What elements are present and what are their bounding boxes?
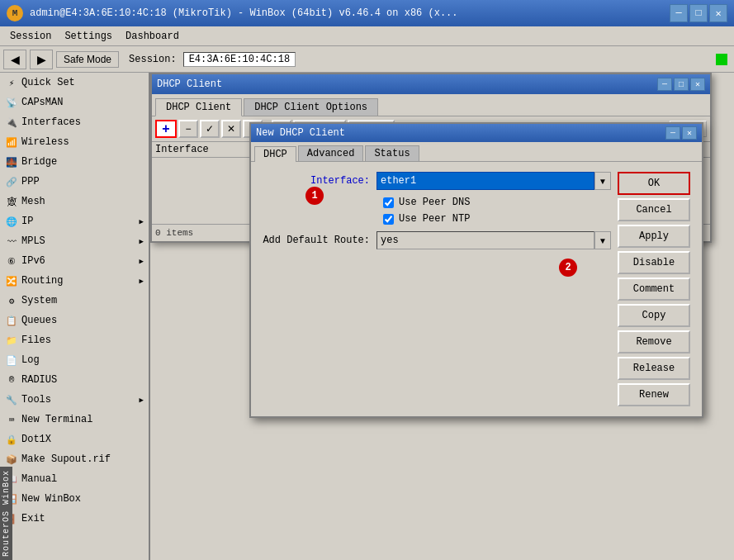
ip-icon: 🌐: [5, 215, 18, 228]
use-peer-ntp-checkbox[interactable]: [383, 214, 394, 225]
sidebar-item-queues[interactable]: 📋 Queues: [0, 311, 149, 330]
supout-icon: 📦: [5, 453, 18, 466]
dialog-form: Interface: ▼ Use Peer DNS Use Peer NTP: [261, 172, 611, 406]
use-peer-dns-row: Use Peer DNS: [383, 197, 611, 208]
sidebar-label-interfaces: Interfaces: [21, 116, 81, 128]
sidebar-item-new-winbox[interactable]: 🪟 New WinBox: [0, 489, 149, 509]
sidebar-item-exit[interactable]: 🚪 Exit: [0, 509, 149, 529]
sidebar-item-mpls[interactable]: 〰 MPLS: [0, 231, 149, 251]
sidebar-label-manual: Manual: [21, 473, 57, 485]
use-peer-dns-checkbox[interactable]: [383, 197, 394, 208]
sidebar-item-ip[interactable]: 🌐 IP: [0, 211, 149, 231]
sidebar-item-log[interactable]: 📄 Log: [0, 350, 149, 370]
ok-button[interactable]: OK: [618, 172, 690, 195]
menu-bar: Session Settings Dashboard: [0, 26, 734, 46]
disable-button[interactable]: Disable: [618, 251, 690, 274]
new-dhcp-dialog: New DHCP Client ─ ✕ DHCP Advanced Status…: [249, 122, 703, 418]
ppp-icon: 🔗: [5, 175, 18, 188]
interface-dropdown[interactable]: ▼: [594, 172, 611, 190]
minimize-button[interactable]: ─: [670, 4, 688, 22]
sidebar-label-files: Files: [21, 335, 51, 346]
dialog-buttons: OK Cancel Apply Disable Comment Copy Rem…: [618, 172, 692, 406]
app-icon: M: [7, 5, 23, 21]
add-button[interactable]: +: [155, 120, 177, 138]
tab-status[interactable]: Status: [365, 145, 419, 161]
dhcp-window-minimize[interactable]: ─: [657, 78, 672, 91]
sidebar-label-radius: RADIUS: [21, 374, 57, 386]
sidebar-item-ppp[interactable]: 🔗 PPP: [0, 172, 149, 192]
interface-input[interactable]: [376, 172, 594, 190]
sidebar-label-system: System: [21, 295, 57, 306]
sidebar-item-files[interactable]: 📁 Files: [0, 330, 149, 350]
sidebar-label-mesh: Mesh: [21, 196, 45, 207]
sidebar-item-radius[interactable]: ® RADIUS: [0, 370, 149, 390]
menu-dashboard[interactable]: Dashboard: [119, 29, 186, 44]
sidebar-item-system[interactable]: ⚙ System: [0, 291, 149, 311]
indicator-1: 1: [305, 187, 324, 205]
menu-settings[interactable]: Settings: [58, 29, 119, 44]
new-dhcp-title: New DHCP Client: [256, 127, 664, 139]
sidebar-item-wireless[interactable]: 📶 Wireless: [0, 132, 149, 152]
x-dhcp-button[interactable]: ✕: [221, 120, 241, 138]
dhcp-window-titlebar: DHCP Client ─ □ ✕: [152, 74, 710, 94]
release-dialog-button[interactable]: Release: [618, 357, 690, 380]
safe-mode-button[interactable]: Safe Mode: [56, 51, 119, 68]
sidebar-label-supout: Make Supout.rif: [21, 453, 111, 465]
sidebar-item-bridge[interactable]: 🌉 Bridge: [0, 152, 149, 172]
copy-button[interactable]: Copy: [618, 304, 690, 327]
sidebar-label-new-winbox: New WinBox: [21, 493, 81, 505]
sidebar-label-capsman: CAPsMAN: [21, 97, 63, 108]
use-peer-ntp-row: Use Peer NTP: [383, 213, 611, 225]
menu-session[interactable]: Session: [3, 29, 58, 44]
new-dhcp-minimize[interactable]: ─: [665, 126, 680, 140]
tab-dhcp[interactable]: DHCP: [254, 146, 296, 162]
cancel-button[interactable]: Cancel: [618, 198, 690, 221]
sidebar-item-ipv6[interactable]: ⑥ IPv6: [0, 251, 149, 271]
sidebar-label-ppp: PPP: [21, 176, 40, 187]
apply-button[interactable]: Apply: [618, 225, 690, 248]
interface-label: Interface:: [261, 175, 376, 187]
sidebar-item-tools[interactable]: 🔧 Tools: [0, 390, 149, 410]
default-route-dropdown[interactable]: ▼: [594, 231, 611, 249]
sidebar-label-routing: Routing: [21, 275, 63, 287]
new-dhcp-close[interactable]: ✕: [682, 126, 697, 140]
forward-button[interactable]: ▶: [30, 50, 53, 69]
sidebar-item-routing[interactable]: 🔀 Routing: [0, 271, 149, 291]
renew-dialog-button[interactable]: Renew: [618, 383, 690, 406]
dhcp-window-close[interactable]: ✕: [690, 78, 705, 91]
dot1x-icon: 🔒: [5, 433, 18, 446]
sidebar-label-exit: Exit: [21, 513, 45, 524]
tab-dhcp-client-options[interactable]: DHCP Client Options: [244, 98, 378, 116]
wireless-icon: 📶: [5, 135, 18, 149]
remove-dhcp-button[interactable]: −: [178, 120, 198, 138]
check-dhcp-button[interactable]: ✓: [200, 120, 220, 138]
sidebar-item-new-terminal[interactable]: ⌨ New Terminal: [0, 410, 149, 429]
comment-button[interactable]: Comment: [618, 278, 690, 301]
sidebar-item-manual[interactable]: 📖 Manual: [0, 469, 149, 489]
sidebar-label-queues: Queues: [21, 315, 57, 326]
back-button[interactable]: ◀: [3, 50, 26, 69]
dhcp-window-maximize[interactable]: □: [674, 78, 689, 91]
quickset-icon: ⚡: [5, 76, 18, 89]
close-button[interactable]: ✕: [709, 4, 727, 22]
tab-advanced[interactable]: Advanced: [298, 145, 364, 161]
sidebar-item-supout[interactable]: 📦 Make Supout.rif: [0, 449, 149, 469]
default-route-input[interactable]: [376, 231, 594, 249]
sidebar-label-mpls: MPLS: [21, 235, 45, 247]
sidebar-vertical-label: RouterOS WinBox: [0, 467, 12, 560]
bridge-icon: 🌉: [5, 155, 18, 168]
sidebar-item-interfaces[interactable]: 🔌 Interfaces: [0, 112, 149, 132]
dhcp-window-title: DHCP Client: [157, 78, 656, 90]
system-icon: ⚙: [5, 294, 18, 307]
remove-button[interactable]: Remove: [618, 330, 690, 354]
maximize-button[interactable]: □: [689, 4, 708, 22]
sidebar-item-capsman[interactable]: 📡 CAPsMAN: [0, 93, 149, 112]
sidebar-label-log: Log: [21, 354, 40, 366]
default-route-label: Add Default Route:: [261, 235, 376, 246]
sidebar-item-quickset[interactable]: ⚡ Quick Set: [0, 73, 149, 93]
tab-dhcp-client[interactable]: DHCP Client: [155, 98, 242, 116]
sidebar: ⚡ Quick Set 📡 CAPsMAN 🔌 Interfaces 📶 Wir…: [0, 73, 150, 560]
sidebar-item-dot1x[interactable]: 🔒 Dot1X: [0, 429, 149, 449]
routing-icon: 🔀: [5, 274, 18, 287]
sidebar-item-mesh[interactable]: 🕸 Mesh: [0, 192, 149, 211]
